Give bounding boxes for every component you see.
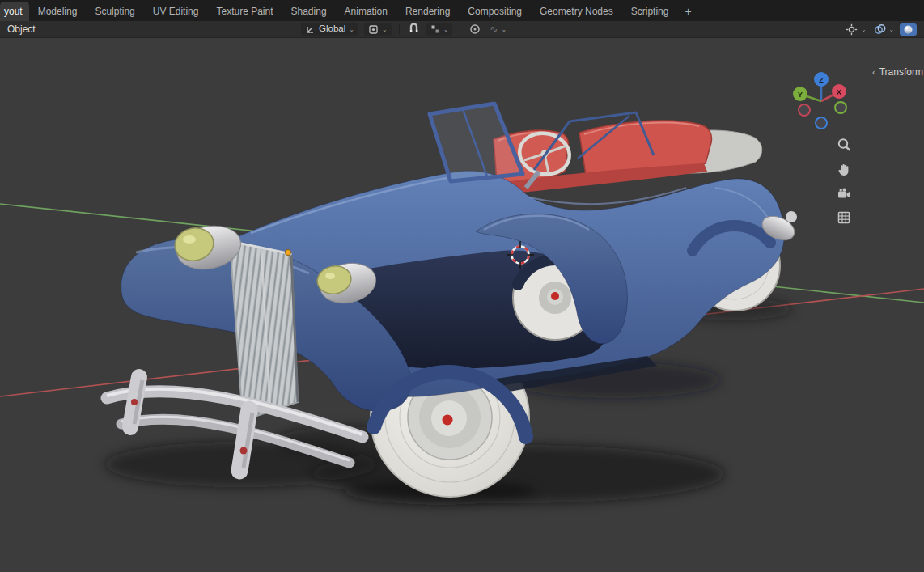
workspace-tabs: yout Modeling Sculpting UV Editing Textu… [0, 0, 699, 21]
snap-toggle[interactable] [407, 23, 421, 36]
proportional-circle-icon [469, 23, 481, 35]
svg-text:Z: Z [819, 75, 824, 84]
topbar: yout Modeling Sculpting UV Editing Textu… [0, 0, 924, 21]
tab-texture-paint[interactable]: Texture Paint [207, 2, 282, 21]
gizmo-z-handle[interactable]: Z [814, 72, 829, 87]
sidebar-tab-label: Transform [879, 66, 923, 78]
tab-geometry-nodes[interactable]: Geometry Nodes [531, 2, 622, 21]
chevron-down-icon: ⌄ [889, 27, 895, 33]
tab-rendering[interactable]: Rendering [396, 2, 459, 21]
header-divider [460, 24, 460, 35]
orthographic-toggle-button[interactable] [836, 210, 852, 226]
chevron-down-icon: ⌄ [861, 27, 867, 33]
pivot-point-dropdown[interactable]: ⌄ [364, 23, 392, 36]
snap-increment-icon [430, 24, 440, 34]
magnifier-icon [836, 137, 852, 153]
tab-sculpting[interactable]: Sculpting [86, 2, 143, 21]
transform-controls: Global ⌄ ⌄ ⌄ [301, 21, 508, 37]
navigation-gizmo[interactable]: Z X Y [789, 69, 854, 133]
falloff-curve-icon: ∿ [490, 24, 498, 34]
tab-compositing[interactable]: Compositing [459, 2, 531, 21]
viewport-header: Object Global ⌄ ⌄ [0, 21, 924, 38]
pan-tool-button[interactable] [836, 162, 852, 178]
viewport-3d[interactable] [0, 0, 924, 572]
snap-settings-dropdown[interactable]: ⌄ [426, 23, 453, 36]
pivot-icon [368, 24, 379, 35]
viewport-display-controls: ⌄ ⌄ ⌄ [844, 21, 924, 37]
svg-text:X: X [837, 87, 842, 96]
sidebar-transform-tab[interactable]: ‹ Transform [872, 66, 924, 78]
svg-text:Y: Y [798, 90, 803, 99]
show-overlays-dropdown[interactable]: ⌄ [872, 23, 896, 36]
gizmo-neg-y-handle[interactable] [835, 102, 846, 113]
chevron-down-icon: ⌄ [501, 27, 507, 33]
hand-icon [836, 162, 852, 178]
proportional-editing-toggle[interactable] [468, 23, 482, 36]
tab-modeling[interactable]: Modeling [29, 2, 87, 21]
gizmo-neg-x-handle[interactable] [799, 104, 810, 116]
add-workspace-button[interactable]: + [677, 2, 698, 21]
overlays-icon [874, 23, 886, 36]
object-origin [286, 250, 291, 256]
viewport-shading-button[interactable] [900, 23, 917, 36]
header-divider [399, 24, 400, 35]
camera-view-button[interactable] [836, 186, 852, 202]
panel-collapse-icon: ‹ [872, 67, 875, 77]
gizmo-x-handle[interactable]: X [832, 84, 846, 99]
gizmo-y-handle[interactable]: Y [793, 87, 807, 101]
gizmos-icon [846, 23, 858, 36]
grille [230, 241, 298, 421]
chevron-down-icon: ⌄ [443, 27, 449, 33]
chevron-down-icon: ⌄ [382, 27, 388, 33]
magnet-icon [409, 23, 419, 35]
tab-scripting[interactable]: Scripting [622, 2, 678, 21]
transform-orientation-dropdown[interactable]: Global ⌄ [301, 23, 358, 36]
orientation-icon [305, 24, 316, 35]
show-gizmos-dropdown[interactable]: ⌄ [844, 23, 868, 36]
car-model [107, 104, 798, 497]
shading-sphere-icon [903, 24, 913, 35]
tab-layout[interactable]: yout [0, 2, 29, 21]
gizmo-neg-z-handle[interactable] [816, 117, 827, 129]
zoom-tool-button[interactable] [836, 137, 852, 153]
mode-selector[interactable]: Object [7, 23, 36, 35]
tab-animation[interactable]: Animation [336, 2, 396, 21]
shading-dropdown[interactable]: ⌄ [921, 23, 924, 36]
camera-icon [836, 186, 852, 202]
tab-shading[interactable]: Shading [282, 2, 336, 21]
chevron-down-icon: ⌄ [349, 27, 354, 33]
grid-icon [836, 210, 852, 226]
tab-uv-editing[interactable]: UV Editing [144, 2, 208, 21]
proportional-falloff-dropdown[interactable]: ∿ ⌄ [488, 23, 508, 36]
